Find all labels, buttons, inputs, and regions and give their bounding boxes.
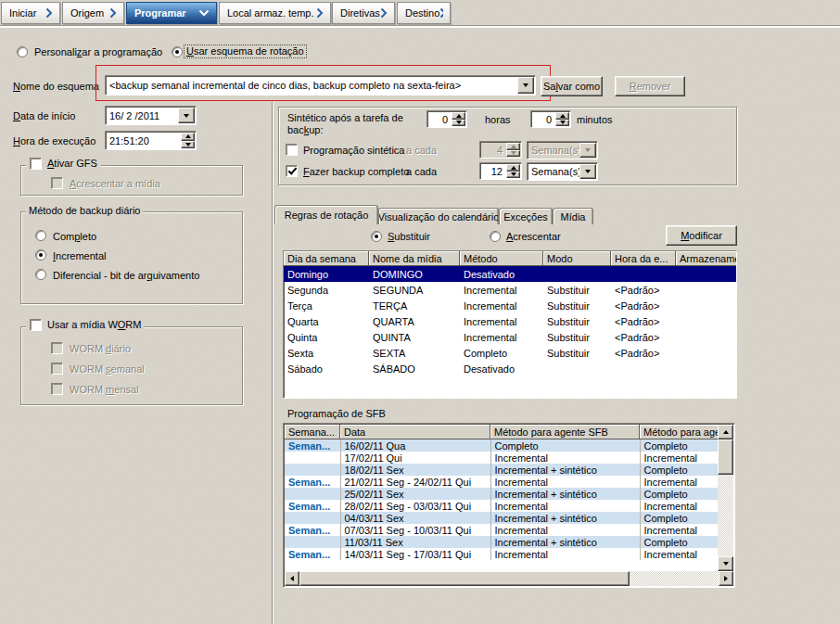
cell-method: Incremental (460, 329, 543, 345)
radio-personalizar-label[interactable]: Personalizar a programação (34, 46, 162, 58)
sfb-vertical-scrollbar[interactable] (718, 425, 733, 571)
scheme-combo-arrow-button[interactable] (517, 77, 534, 94)
sfb-row[interactable]: Seman... 07/03/11 Seg - 10/03/11 Qui Inc… (285, 524, 718, 536)
hora-execucao-spinner[interactable]: 21:51:20 (105, 131, 197, 150)
programacao-sintetica-checkbox[interactable] (286, 144, 298, 156)
time-up-button[interactable] (181, 133, 195, 141)
radio-completo[interactable] (35, 230, 46, 241)
completo-unidade-combobox[interactable]: Semana(s) (527, 162, 598, 181)
cell-sfb-method: Incremental (490, 500, 640, 512)
data-inicio-value: 16/ 2 /2011 (106, 110, 178, 121)
salvar-como-button[interactable]: Salvar como (541, 76, 603, 96)
completo-intervalo-spinner[interactable]: 12 (479, 162, 522, 180)
col-data[interactable]: Data (340, 425, 490, 439)
modificar-button[interactable]: Modificar (666, 225, 737, 246)
time-down-button[interactable] (181, 141, 195, 149)
sintetico-minutos-spinner[interactable]: 0 (530, 110, 571, 128)
rotation-row-domingo[interactable]: Domingo DOMINGO Desativado (284, 266, 737, 282)
completo-up-button[interactable] (506, 164, 520, 172)
sfb-row[interactable]: 04/03/11 Sex Incremental + sintético Com… (285, 512, 718, 524)
ativar-gfs-label[interactable]: Ativar GFS (47, 158, 97, 170)
radio-diferencial-label[interactable]: Diferencial - bit de arquivamento (53, 270, 199, 282)
tab-destino[interactable]: Destino (397, 2, 451, 24)
sfb-row[interactable]: Seman... 21/02/11 Seg - 24/02/11 Qui Inc… (285, 476, 718, 488)
subtab-regras-de-rotacao[interactable]: Regras de rotação (274, 205, 378, 224)
horizontal-scroll-thumb[interactable] (299, 571, 630, 586)
rotation-row-segunda[interactable]: Segunda SEGUNDA Incremental Substituir <… (284, 282, 737, 298)
tab-local-armaz-temp[interactable]: Local armaz. temp. (219, 2, 331, 24)
scheme-name-combobox[interactable]: <backup semanal incremental de cinco dia… (105, 75, 536, 96)
radio-acrescentar[interactable] (490, 231, 501, 242)
tab-origem[interactable]: Origem (62, 2, 124, 24)
data-inicio-datepicker[interactable]: 16/ 2 /2011 (105, 106, 197, 125)
cell-mode: Substituir (543, 313, 611, 329)
rotation-row-sexta[interactable]: Sexta SEXTA Completo Substituir <Padrão> (284, 345, 737, 361)
subtab-visualizacao-calendario[interactable]: Visualização do calendário (378, 208, 499, 224)
col-metodo-agente-sfb[interactable]: Método para agente SFB (490, 425, 640, 439)
cell-date: 28/02/11 Seg - 03/03/11 Qui (340, 500, 490, 512)
cell-method: Completo (460, 345, 543, 361)
completo-unidade-dropdown-button[interactable] (579, 164, 596, 179)
radio-diferencial[interactable] (35, 269, 46, 280)
rotation-row-quinta[interactable]: Quinta QUINTA Incremental Substituir <Pa… (284, 329, 737, 345)
usar-midia-worm-label[interactable]: Usar a mídia WORM (47, 319, 141, 331)
horas-down-button[interactable] (452, 120, 465, 127)
sfb-row[interactable]: 18/02/11 Sex Incremental + sintético Com… (285, 464, 718, 476)
radio-acrescentar-label[interactable]: Acrescentar (506, 231, 561, 243)
col-modo[interactable]: Modo (543, 251, 611, 266)
radio-substituir-label[interactable]: Substituir (388, 231, 430, 243)
rotation-row-terca[interactable]: Terça TERÇA Incremental Substituir <Padr… (284, 298, 737, 313)
tab-programar[interactable]: Programar (126, 2, 217, 24)
subtab-excecoes[interactable]: Exceções (499, 208, 553, 224)
cell-time: <Padrão> (611, 329, 676, 345)
col-metodo-agente[interactable]: Método para ager (640, 425, 718, 439)
sfb-row[interactable]: 11/03/11 Sex Incremental + sintético Com… (285, 536, 718, 548)
col-semana[interactable]: Semana... (285, 425, 340, 439)
scroll-up-button[interactable] (718, 425, 733, 439)
sfb-row[interactable]: Seman... 28/02/11 Seg - 03/03/11 Qui Inc… (285, 500, 718, 512)
horas-up-button[interactable] (452, 112, 465, 120)
scroll-right-button[interactable] (719, 571, 733, 586)
sfb-row[interactable]: 25/02/11 Sex Incremental + sintético Com… (285, 488, 718, 500)
col-hora[interactable]: Hora da e... (611, 251, 676, 266)
cell-agent-method: Completo (640, 536, 718, 548)
vertical-scroll-thumb[interactable] (718, 439, 733, 475)
col-armazenamento[interactable]: Armazename... (676, 251, 737, 266)
minutos-up-button[interactable] (555, 112, 569, 120)
sintetico-apos-label-line1: Sintético após a tarefa de (287, 112, 403, 124)
radio-personalizar-programacao[interactable] (17, 46, 28, 57)
rotation-row-sabado[interactable]: Sábado SÁBADO Desativado (284, 361, 737, 376)
subtab-midia[interactable]: Mídia (553, 208, 593, 224)
tab-iniciar[interactable]: Iniciar (1, 2, 60, 24)
fazer-backup-completo-checkbox[interactable] (286, 165, 298, 177)
radio-usar-esquema-rotacao[interactable] (172, 46, 183, 57)
tab-diretivas[interactable]: Diretivas (332, 2, 395, 24)
scroll-down-button[interactable] (718, 556, 733, 571)
radio-incremental-label[interactable]: Incremental (53, 250, 106, 262)
radio-substituir[interactable] (371, 231, 382, 242)
fazer-backup-completo-label[interactable]: Fazer backup completo (303, 166, 409, 178)
cell-sfb-method: Completo (490, 439, 640, 452)
rotation-rules-table: Dia da semana Nome da mídia Método Modo … (284, 251, 737, 376)
sfb-horizontal-scrollbar[interactable] (285, 571, 733, 586)
col-nome-da-midia[interactable]: Nome da mídia (369, 251, 460, 266)
programacao-sintetica-label[interactable]: Programação sintética (303, 145, 404, 157)
col-dia-da-semana[interactable]: Dia da semana (284, 251, 369, 266)
col-metodo[interactable]: Método (460, 251, 543, 266)
minutos-down-button[interactable] (555, 120, 569, 127)
scroll-left-button[interactable] (285, 571, 299, 586)
sfb-row[interactable]: Seman... 16/02/11 Qua Completo Completo (285, 439, 718, 452)
completo-down-button[interactable] (506, 172, 520, 179)
rotation-row-quarta[interactable]: Quarta QUARTA Incremental Substituir <Pa… (284, 313, 737, 329)
radio-completo-label[interactable]: Completo (53, 231, 96, 243)
radio-usar-esquema-label[interactable]: Usar esquema de rotação (185, 45, 306, 57)
sfb-row[interactable]: 17/02/11 Qui Incremental Incremental (285, 452, 718, 464)
sfb-row[interactable]: Seman... 14/03/11 Seg - 17/03/11 Qui Inc… (285, 548, 718, 560)
cell-day: Sábado (284, 361, 369, 376)
cell-storage (676, 298, 737, 313)
sintetico-horas-spinner[interactable]: 0 (426, 110, 467, 128)
usar-midia-worm-checkbox[interactable] (30, 319, 42, 331)
ativar-gfs-checkbox[interactable] (30, 158, 42, 170)
date-dropdown-button[interactable] (178, 108, 195, 123)
radio-incremental[interactable] (35, 249, 46, 261)
